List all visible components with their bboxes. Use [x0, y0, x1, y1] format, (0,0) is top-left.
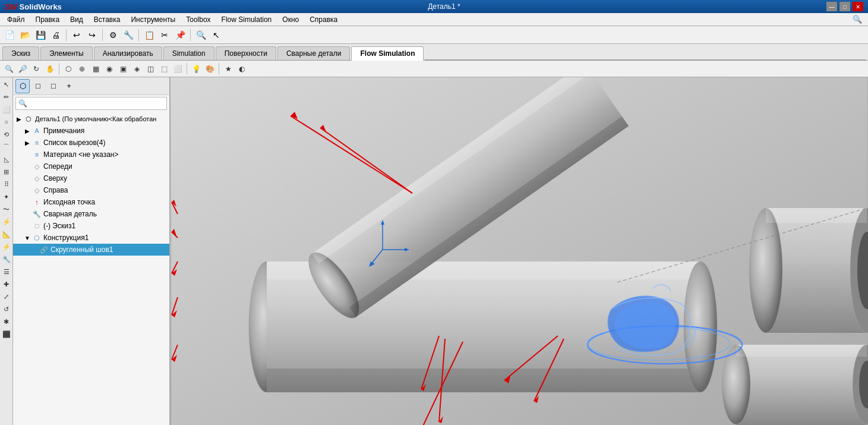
expand-root-icon[interactable]: ▶: [15, 115, 23, 122]
view-material-button[interactable]: 🎨: [203, 62, 216, 75]
vtb-snap[interactable]: ✚: [1, 278, 12, 290]
tree-item-sketch1[interactable]: □ (-) Эскиз1: [13, 220, 169, 232]
cut-button[interactable]: ✂: [157, 28, 172, 42]
rebuild-button[interactable]: ⚙: [106, 28, 120, 42]
zoom-fit-button[interactable]: 🔍: [2, 62, 15, 75]
tree-item-material[interactable]: ≡ Материал <не указан>: [13, 149, 169, 160]
menu-item-file[interactable]: Файл: [2, 14, 30, 25]
vtb-fillet[interactable]: ⌒: [1, 141, 12, 153]
vtb-bottom[interactable]: ⬛: [1, 328, 12, 340]
print-button[interactable]: 🖨: [49, 28, 63, 42]
vtb-mirror[interactable]: ⊞: [1, 166, 12, 178]
tree-item-front[interactable]: ◇ Спереди: [13, 160, 169, 172]
view-realview-button[interactable]: ◐: [235, 62, 248, 75]
menu-item-edit[interactable]: Правка: [31, 14, 65, 25]
tab-eskiz[interactable]: Эскиз: [2, 46, 39, 60]
close-button[interactable]: ✕: [853, 2, 863, 11]
save-button[interactable]: 💾: [33, 28, 48, 42]
redo-button[interactable]: ↪: [85, 28, 99, 42]
vtb-reference[interactable]: ✦: [1, 191, 12, 203]
vtb-chamfer[interactable]: ◺: [1, 153, 12, 165]
lp-config-btn[interactable]: □: [46, 79, 61, 93]
vtb-sweep[interactable]: ⟲: [1, 128, 12, 140]
vtb-revolve[interactable]: ○: [1, 116, 12, 128]
search-input[interactable]: [27, 100, 164, 107]
view-wire-button[interactable]: ⬚: [157, 62, 171, 75]
paste-button[interactable]: 📌: [173, 28, 187, 42]
vtb-rotate3d[interactable]: ↺: [1, 303, 12, 315]
minimize-button[interactable]: —: [826, 2, 837, 11]
tab-simulation[interactable]: Simulation: [163, 46, 214, 60]
view-lights-button[interactable]: 💡: [190, 62, 203, 75]
vtb-measure[interactable]: 📐: [1, 228, 12, 240]
sketch1-icon: □: [32, 221, 42, 231]
vtb-sketch[interactable]: ✏: [1, 91, 12, 103]
tree-item-material-label: Материал <не указан>: [43, 150, 118, 159]
undo-button[interactable]: ↩: [70, 28, 84, 42]
tree-item-weld[interactable]: 🔧 Сварная деталь: [13, 208, 169, 220]
open-button[interactable]: 📂: [18, 28, 32, 42]
menu-item-toolbox[interactable]: Toolbox: [181, 14, 215, 25]
tree-item-origin[interactable]: ↑ Исходная точка: [13, 196, 169, 208]
expand-cutlist-icon[interactable]: ▶: [24, 139, 31, 146]
vtb-extrude[interactable]: ⬜: [1, 103, 12, 115]
pan-button[interactable]: ✋: [43, 62, 56, 75]
lp-feature-tree-btn[interactable]: ⬡: [15, 79, 30, 93]
tab-flow-simulation[interactable]: Flow Simulation: [351, 46, 424, 61]
view-hidden-button[interactable]: ⬜: [171, 62, 184, 75]
tree-item-cutlist[interactable]: ▶ ≡ Список вырезов(4): [13, 137, 169, 149]
toolbar-separator-3: [138, 29, 139, 41]
menu-item-view[interactable]: Вид: [65, 14, 88, 25]
view-section-button[interactable]: ▦: [89, 62, 102, 75]
menu-item-insert[interactable]: Вставка: [89, 14, 125, 25]
viewport-3d[interactable]: [171, 77, 868, 425]
tree-root-label: Деталь1 (По умолчанию<Как обработан: [35, 115, 156, 122]
view-normal-button[interactable]: ⊕: [75, 62, 89, 75]
menu-item-help[interactable]: Справка: [305, 14, 342, 25]
view-shade-button[interactable]: ◈: [130, 62, 143, 75]
vtb-star[interactable]: ✱: [1, 316, 12, 328]
feature-tree: ▶ ⬡ Деталь1 (По умолчанию<Как обработан …: [13, 112, 169, 425]
new-button[interactable]: 📄: [2, 28, 17, 42]
left-panel-toolbar: ⬡ □ □ +: [13, 77, 169, 95]
view-orient-button[interactable]: ⬡: [62, 62, 75, 75]
view-display-button[interactable]: ▣: [116, 62, 130, 75]
tree-item-konstr[interactable]: ▼ ⬡ Конструкция1: [13, 232, 169, 244]
zoom-out-button[interactable]: 🔎: [16, 62, 29, 75]
menu-item-window[interactable]: Окно: [277, 14, 304, 25]
vtb-move[interactable]: ⤢: [1, 291, 12, 303]
rotate-button[interactable]: ↻: [30, 62, 43, 75]
menu-item-tools[interactable]: Инструменты: [126, 14, 180, 25]
select-button[interactable]: ↖: [209, 28, 223, 42]
vtb-smart[interactable]: 🔧: [1, 253, 12, 265]
options-button[interactable]: 🔧: [121, 28, 135, 42]
left-panel-search[interactable]: 🔍: [15, 97, 167, 110]
copy-button[interactable]: 📋: [142, 28, 156, 42]
vtb-instant[interactable]: ⚡: [1, 241, 12, 253]
expand-notes-icon[interactable]: ▶: [24, 127, 31, 134]
tree-root[interactable]: ▶ ⬡ Деталь1 (По умолчанию<Как обработан: [13, 113, 169, 125]
view-edge-button[interactable]: ◫: [144, 62, 157, 75]
maximize-button[interactable]: □: [839, 2, 850, 11]
search-icon[interactable]: 🔍: [849, 14, 866, 25]
tree-item-right[interactable]: ◇ Справа: [13, 184, 169, 196]
lp-properties-btn[interactable]: □: [31, 79, 45, 93]
vtb-curve[interactable]: 〜: [1, 203, 12, 215]
vtb-pattern[interactable]: ⠿: [1, 178, 12, 190]
vtb-weld[interactable]: ⚡: [1, 216, 12, 228]
view-3d-button[interactable]: ◉: [103, 62, 116, 75]
view-appear-button[interactable]: ★: [222, 62, 235, 75]
tree-item-skrugl[interactable]: 🔗 Скругленный шов1: [13, 244, 169, 256]
tab-svarnye[interactable]: Сварные детали: [277, 46, 351, 60]
tab-poverh[interactable]: Поверхности: [216, 46, 276, 60]
vtb-layers[interactable]: ☰: [1, 266, 12, 278]
menu-item-flow[interactable]: Flow Simulation: [217, 14, 277, 25]
tab-elementy[interactable]: Элементы: [40, 46, 93, 60]
expand-konstr-icon[interactable]: ▼: [24, 234, 31, 241]
tree-item-top[interactable]: ◇ Сверху: [13, 172, 169, 184]
lp-add-btn[interactable]: +: [62, 79, 76, 93]
zoom-in-button[interactable]: 🔍: [194, 28, 208, 42]
vtb-select[interactable]: ↖: [1, 78, 12, 90]
tree-item-notes[interactable]: ▶ A Примечания: [13, 125, 169, 137]
tab-analiz[interactable]: Анализировать: [94, 46, 162, 60]
